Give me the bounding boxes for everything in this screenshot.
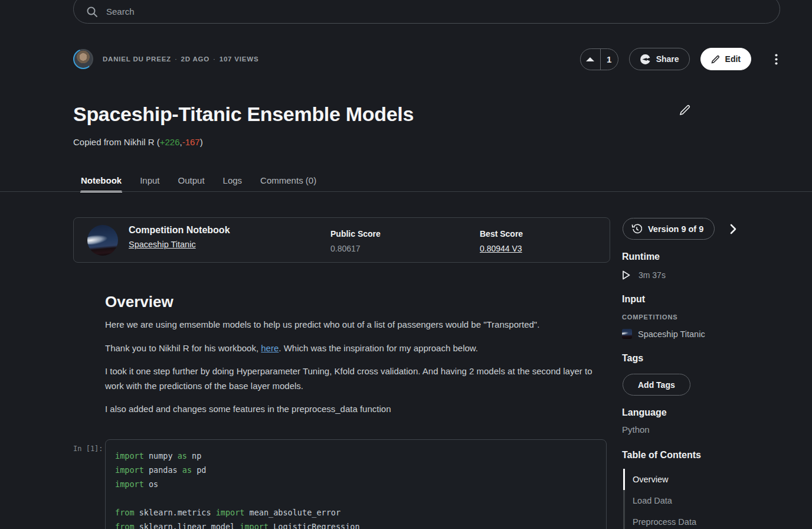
code-line: import pandas as pd [115, 463, 597, 477]
code-line: from sklearn.metrics import mean_absolut… [115, 505, 597, 520]
runtime-value: 3m 37s [639, 270, 666, 280]
diff-added: +226 [160, 137, 180, 147]
language-heading: Language [622, 407, 667, 418]
tabs-divider [0, 191, 812, 192]
search-bar[interactable] [73, 0, 780, 24]
competition-notebook-card: Competition Notebook Spaceship Titanic P… [73, 217, 610, 263]
runtime-heading: Runtime [622, 252, 660, 262]
expand-versions-button[interactable] [727, 221, 739, 239]
competition-thumbnail [87, 225, 118, 256]
more-options-button[interactable] [772, 51, 780, 67]
public-score-value: 0.80617 [330, 244, 381, 253]
tab-input[interactable]: Input [139, 169, 160, 191]
search-input[interactable] [106, 6, 696, 17]
share-icon [640, 54, 651, 65]
competitions-subheading: COMPETITIONS [622, 314, 678, 321]
code-line [115, 491, 597, 505]
share-button[interactable]: Share [629, 48, 690, 70]
upvote-count[interactable]: 1 [601, 49, 618, 70]
page-title: Spaceship-Titanic Ensemble Models [73, 103, 414, 126]
public-score-label: Public Score [330, 229, 381, 239]
notebook-tabs: NotebookInputOutputLogsComments (0) [80, 169, 334, 191]
copied-from-line: Copied from Nikhil R (+226,-167) [73, 137, 203, 147]
input-heading: Input [622, 294, 645, 305]
chevron-right-icon [728, 222, 738, 236]
tab-comments-0[interactable]: Comments (0) [260, 169, 317, 191]
overview-heading: Overview [105, 293, 173, 311]
tab-output[interactable]: Output [178, 169, 205, 191]
edit-icon [711, 55, 720, 64]
best-score-label: Best Score [480, 229, 523, 239]
code-line: import numpy as np [115, 449, 597, 463]
notebook-type-label: Competition Notebook [129, 225, 230, 236]
overview-paragraphs: Here we are using emsemble models to hel… [105, 318, 597, 426]
more-options-icon [775, 54, 778, 65]
title-edit-button[interactable] [679, 104, 691, 118]
toc-item-overview[interactable]: Overview [623, 469, 800, 490]
competition-link[interactable]: Spaceship Titanic [129, 240, 196, 249]
toc-heading: Table of Contents [622, 450, 701, 461]
diff-removed: -167 [182, 137, 200, 147]
add-tags-button[interactable]: Add Tags [623, 374, 690, 396]
language-value: Python [622, 424, 650, 435]
overview-paragraph: I also added and changes some features i… [105, 402, 597, 417]
tab-logs[interactable]: Logs [222, 169, 243, 191]
toc-item-preprocess-data[interactable]: Preprocess Data [623, 511, 800, 529]
code-cell: import numpy as npimport pandas as pdimp… [105, 439, 607, 529]
title-edit-pencil-icon [679, 104, 691, 116]
upvote-control: 1 [580, 48, 618, 70]
runtime-row: 3m 37s [622, 270, 666, 280]
version-button[interactable]: Version 9 of 9 [623, 218, 715, 240]
toc-item-load-data[interactable]: Load Data [623, 490, 800, 511]
tags-heading: Tags [622, 353, 643, 364]
avatar-image [74, 50, 92, 68]
upvote-button[interactable] [581, 49, 601, 70]
overview-paragraph: Thank you to Nikhil R for his workbook, … [105, 341, 597, 356]
code-line: from sklearn.linear_model import Logisti… [115, 520, 597, 529]
sidebar-competition-item[interactable]: Spaceship Titanic [622, 329, 705, 339]
version-history-icon [631, 224, 642, 234]
post-age: 2D AGO [181, 55, 209, 63]
edit-button[interactable]: Edit [700, 48, 751, 70]
comet-streak [87, 233, 108, 246]
overview-paragraph: I took it one step further by doing Hype… [105, 364, 597, 393]
code-line: import os [115, 477, 597, 491]
author-avatar[interactable] [73, 49, 93, 69]
overview-paragraph: Here we are using emsemble models to hel… [105, 318, 597, 332]
author-name[interactable]: DANIEL DU PREEZ [103, 55, 171, 63]
inline-link-here[interactable]: here [261, 343, 279, 353]
upvote-icon [586, 57, 594, 61]
best-score-link[interactable]: 0.80944 V3 [480, 244, 523, 253]
author-meta: DANIEL DU PREEZ·2D AGO·107 VIEWS [103, 55, 258, 63]
search-icon [86, 6, 98, 18]
view-count: 107 VIEWS [220, 55, 259, 63]
execution-count-label: In [1]: [73, 445, 103, 453]
header-actions: 1 Share Edit [580, 48, 780, 70]
notebook-header: DANIEL DU PREEZ·2D AGO·107 VIEWS 1 Share… [73, 47, 780, 71]
competition-icon [622, 329, 632, 339]
play-icon [622, 270, 630, 280]
table-of-contents: OverviewLoad DataPreprocess Data [623, 469, 800, 529]
tab-notebook[interactable]: Notebook [80, 169, 122, 191]
